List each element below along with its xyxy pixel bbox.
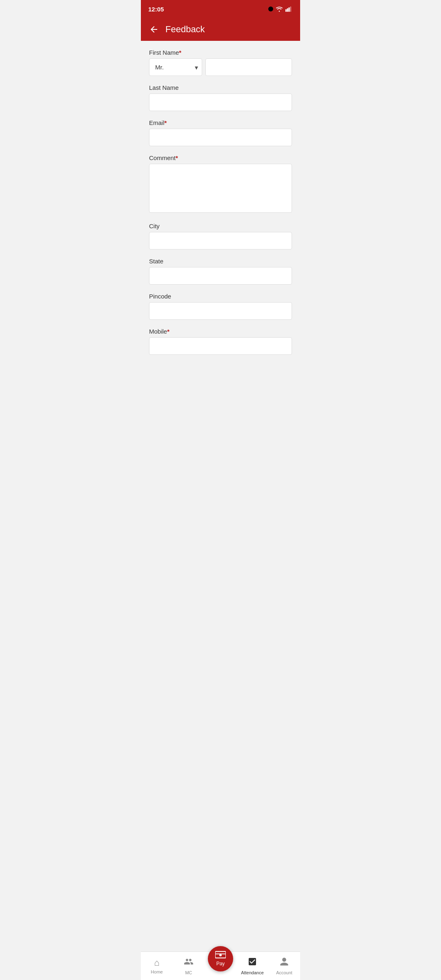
form-content: First Name* Mr. Mrs. Ms. Dr. ▾ Last Name…	[141, 41, 300, 404]
status-icons	[268, 6, 293, 12]
comment-group: Comment*	[149, 154, 292, 214]
first-name-label: First Name*	[149, 49, 292, 56]
signal-icon	[285, 6, 293, 12]
state-group: State	[149, 258, 292, 285]
first-name-row: Mr. Mrs. Ms. Dr. ▾	[149, 58, 292, 76]
first-name-group: First Name* Mr. Mrs. Ms. Dr. ▾	[149, 49, 292, 76]
status-bar: 12:05	[141, 0, 300, 18]
wifi-icon	[276, 6, 283, 12]
mobile-label: Mobile*	[149, 328, 292, 335]
first-name-input[interactable]	[205, 58, 292, 76]
mobile-group: Mobile*	[149, 328, 292, 355]
salutation-select[interactable]: Mr. Mrs. Ms. Dr.	[149, 58, 202, 76]
last-name-input[interactable]	[149, 94, 292, 111]
status-time: 12:05	[148, 6, 164, 13]
city-group: City	[149, 223, 292, 249]
state-input[interactable]	[149, 267, 292, 285]
city-label: City	[149, 223, 292, 229]
back-arrow-icon	[149, 24, 159, 34]
svg-rect-4	[290, 7, 291, 12]
svg-point-0	[268, 7, 273, 11]
back-button[interactable]	[147, 23, 160, 36]
email-input[interactable]	[149, 129, 292, 146]
salutation-wrapper: Mr. Mrs. Ms. Dr. ▾	[149, 58, 202, 76]
comment-input[interactable]	[149, 164, 292, 213]
svg-rect-2	[287, 9, 288, 12]
pincode-label: Pincode	[149, 293, 292, 300]
svg-rect-3	[289, 7, 290, 12]
last-name-label: Last Name	[149, 84, 292, 91]
pincode-input[interactable]	[149, 302, 292, 320]
mobile-input[interactable]	[149, 337, 292, 355]
city-input[interactable]	[149, 232, 292, 249]
pincode-group: Pincode	[149, 293, 292, 320]
top-bar: Feedback	[141, 18, 300, 41]
svg-rect-1	[285, 9, 287, 12]
state-label: State	[149, 258, 292, 265]
comment-label: Comment*	[149, 154, 292, 161]
page-title: Feedback	[165, 24, 205, 35]
camera-dot-icon	[268, 7, 273, 11]
email-group: Email*	[149, 119, 292, 146]
email-label: Email*	[149, 119, 292, 126]
last-name-group: Last Name	[149, 84, 292, 111]
